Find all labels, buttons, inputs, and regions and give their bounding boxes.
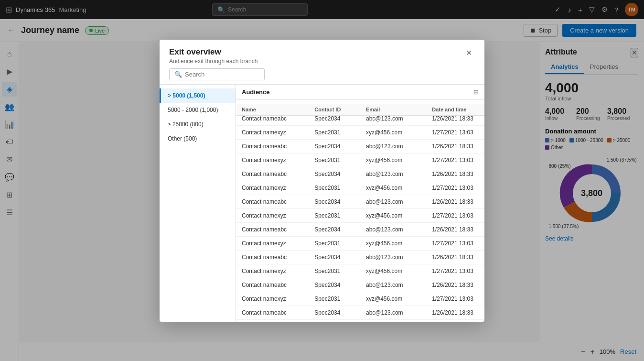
filter-item-1[interactable]: 5000 - 2000 (1,000) (160, 103, 236, 117)
cell-date-14: 1/26/2021 18:33 (428, 309, 484, 316)
cell-email-5: xyz@456.com (362, 185, 428, 191)
col-header-date: Date and time (428, 107, 484, 112)
cell-email-14: abc@123.com (362, 309, 428, 316)
cell-name-5: Contact namexyz (236, 185, 311, 191)
modal-search-icon: 🔍 (174, 71, 182, 78)
cell-date-6: 1/26/2021 18:33 (428, 198, 484, 205)
modal-title: Exit overview (169, 47, 265, 57)
cell-email-9: xyz@456.com (362, 240, 428, 247)
cell-name-14: Contact nameabc (236, 309, 311, 316)
cell-date-4: 1/26/2021 18:33 (428, 171, 484, 177)
filter-item-3[interactable]: Other (500) (160, 131, 236, 146)
modal-body: > 5000 (1,500)5000 - 2000 (1,000)≥ 25000… (160, 85, 484, 322)
table-row[interactable]: Contact nameabc Spec2034 abc@123.com 1/2… (236, 195, 484, 209)
cell-email-2: abc@123.com (362, 143, 428, 150)
table-row[interactable]: Contact namexyz Spec2031 xyz@456.com 1/2… (236, 264, 484, 278)
cell-date-2: 1/26/2021 18:33 (428, 143, 484, 150)
table-row[interactable]: Contact nameabc Spec2034 abc@123.com 1/2… (236, 140, 484, 153)
col-header-name: Name (236, 107, 311, 112)
filter-item-2[interactable]: ≥ 25000 (800) (160, 117, 236, 131)
table-row[interactable]: Contact nameabc Spec2034 abc@123.com 1/2… (236, 167, 484, 181)
table-row[interactable]: Contact namexyz Spec2031 xyz@456.com 1/2… (236, 209, 484, 223)
cell-email-3: xyz@456.com (362, 157, 428, 164)
cell-contact-13: Spec2031 (311, 295, 362, 302)
cell-date-7: 1/27/2021 13:03 (428, 212, 484, 219)
cell-date-9: 1/27/2021 13:03 (428, 240, 484, 247)
cell-date-3: 1/27/2021 13:03 (428, 157, 484, 164)
modal-search-input[interactable] (185, 71, 257, 78)
table-row[interactable]: Contact nameabc Spec2034 abc@123.com 1/2… (236, 306, 484, 320)
table-row[interactable]: Contact namexyz Spec2031 xyz@456.com 1/2… (236, 153, 484, 167)
audience-table: Audience ⊞ Name Contact ID Email Date an… (236, 85, 484, 322)
cell-name-0: Contact nameabc (236, 115, 311, 122)
cell-date-13: 1/27/2021 13:03 (428, 295, 484, 302)
table-row[interactable]: Contact namexyz Spec2031 xyz@456.com 1/2… (236, 181, 484, 195)
cell-name-8: Contact nameabc (236, 226, 311, 233)
cell-contact-2: Spec2034 (311, 143, 362, 150)
table-row[interactable]: Contact namexyz Spec2031 xyz@456.com 1/2… (236, 320, 484, 322)
cell-name-2: Contact nameabc (236, 143, 311, 150)
cell-name-13: Contact namexyz (236, 295, 311, 302)
table-rows-container: Contact nameabc Spec2034 abc@123.com 1/2… (236, 112, 484, 322)
modal-overlay: Exit overview Audience exit through each… (0, 0, 644, 361)
table-row[interactable]: Contact nameabc Spec2034 abc@123.com 1/2… (236, 223, 484, 237)
audience-label: Audience (242, 88, 270, 96)
cell-email-11: xyz@456.com (362, 268, 428, 274)
exit-overview-modal: Exit overview Audience exit through each… (160, 40, 484, 322)
cell-contact-8: Spec2034 (311, 226, 362, 233)
cell-name-11: Contact namexyz (236, 268, 311, 274)
cell-email-7: xyz@456.com (362, 212, 428, 219)
cell-name-6: Contact nameabc (236, 198, 311, 205)
cell-name-3: Contact namexyz (236, 157, 311, 164)
cell-email-4: abc@123.com (362, 171, 428, 177)
cell-contact-7: Spec2031 (311, 212, 362, 219)
cell-contact-11: Spec2031 (311, 268, 362, 274)
cell-date-11: 1/27/2021 13:03 (428, 268, 484, 274)
cell-name-4: Contact nameabc (236, 171, 311, 177)
cell-contact-6: Spec2034 (311, 198, 362, 205)
modal-subtitle: Audience exit through each branch (169, 58, 265, 65)
cell-name-1: Contact namexyz (236, 129, 311, 136)
cell-email-8: abc@123.com (362, 226, 428, 233)
cell-email-12: abc@123.com (362, 282, 428, 288)
modal-search-bar[interactable]: 🔍 (169, 68, 265, 80)
modal-header-left: Exit overview Audience exit through each… (169, 47, 265, 80)
cell-name-9: Contact namexyz (236, 240, 311, 247)
cell-contact-14: Spec2034 (311, 309, 362, 316)
cell-date-12: 1/26/2021 18:33 (428, 282, 484, 288)
cell-date-1: 1/27/2021 13:03 (428, 129, 484, 136)
cell-name-7: Contact namexyz (236, 212, 311, 219)
cell-date-10: 1/26/2021 18:33 (428, 254, 484, 261)
modal-header: Exit overview Audience exit through each… (160, 40, 484, 85)
cell-date-0: 1/26/2021 18:33 (428, 115, 484, 122)
table-row[interactable]: Contact namexyz Spec2031 xyz@456.com 1/2… (236, 126, 484, 140)
modal-close-button[interactable]: ✕ (463, 47, 475, 58)
table-settings-icon[interactable]: ⊞ (473, 88, 479, 96)
table-row[interactable]: Contact nameabc Spec2034 abc@123.com 1/2… (236, 251, 484, 264)
cell-email-13: xyz@456.com (362, 295, 428, 302)
cell-name-10: Contact nameabc (236, 254, 311, 261)
cell-email-0: abc@123.com (362, 115, 428, 122)
table-row[interactable]: Contact namexyz Spec2031 xyz@456.com 1/2… (236, 292, 484, 306)
filter-list: > 5000 (1,500)5000 - 2000 (1,000)≥ 25000… (160, 85, 236, 322)
cell-date-5: 1/27/2021 13:03 (428, 185, 484, 191)
table-row[interactable]: Contact namexyz Spec2031 xyz@456.com 1/2… (236, 237, 484, 251)
table-row[interactable]: Contact nameabc Spec2034 abc@123.com 1/2… (236, 278, 484, 292)
cell-contact-5: Spec2031 (311, 185, 362, 191)
audience-header: Audience ⊞ (236, 85, 484, 100)
cell-contact-1: Spec2031 (311, 129, 362, 136)
cell-contact-3: Spec2031 (311, 157, 362, 164)
cell-contact-9: Spec2031 (311, 240, 362, 247)
cell-name-12: Contact nameabc (236, 282, 311, 288)
cell-contact-12: Spec2034 (311, 282, 362, 288)
cell-contact-10: Spec2034 (311, 254, 362, 261)
col-header-contact: Contact ID (311, 107, 362, 112)
col-header-email: Email (362, 107, 428, 112)
cell-email-1: xyz@456.com (362, 129, 428, 136)
cell-email-6: abc@123.com (362, 198, 428, 205)
table-header: Name Contact ID Email Date and time (236, 104, 484, 116)
cell-contact-4: Spec2034 (311, 171, 362, 177)
cell-email-10: abc@123.com (362, 254, 428, 261)
cell-date-8: 1/26/2021 18:33 (428, 226, 484, 233)
filter-item-0[interactable]: > 5000 (1,500) (160, 88, 236, 103)
